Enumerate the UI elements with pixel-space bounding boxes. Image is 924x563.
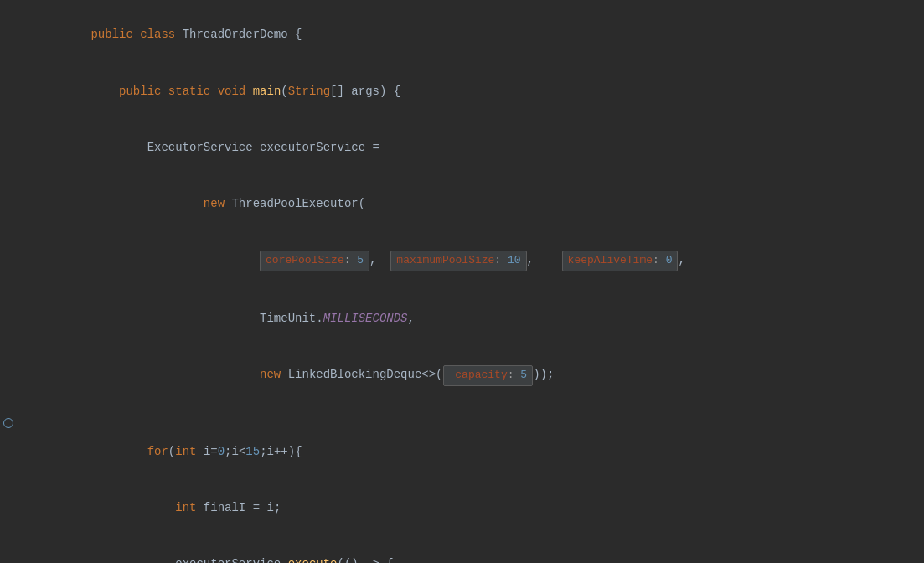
timeunit: TimeUnit. (260, 312, 323, 325)
comma1: , (369, 253, 390, 266)
executor-var2: executorService. (175, 557, 287, 563)
i-val: i (266, 501, 273, 514)
hint-maxpoolsize: maximumPoolSize: 10 (390, 251, 526, 271)
fn-main: main (253, 85, 281, 98)
executor-var: executorService (260, 141, 372, 154)
brace: { (295, 28, 302, 41)
line-content-5: corePoolSize: 5, maximumPoolSize: 10, ke… (42, 232, 924, 291)
hint-corepoolsize: corePoolSize: 5 (260, 251, 369, 271)
close-deque: )); (533, 368, 554, 381)
kw-new: new (204, 197, 232, 210)
line-content-7: new LinkedBlockingDeque<>( capacity: 5))… (42, 346, 924, 405)
fn-execute: execute (288, 557, 338, 563)
linked-cls: LinkedBlockingDeque<>( (288, 368, 443, 381)
code-line-3: ExecutorService executorService = (0, 119, 924, 175)
args: args (351, 85, 379, 98)
arr: [] (330, 85, 351, 98)
for-paren: ( (168, 445, 175, 458)
comma2: , (527, 253, 562, 266)
for-brace: ){ (288, 445, 302, 458)
kw-class: class (140, 28, 182, 41)
hint-keepalive: keepAliveTime: 0 (562, 251, 679, 271)
class-name: ThreadOrderDemo (183, 28, 295, 41)
kw-public: public (90, 28, 140, 41)
line-content-4: new ThreadPoolExecutor( (42, 176, 924, 232)
semi1: ; (225, 445, 231, 458)
threadpool-cls: ThreadPoolExecutor (231, 197, 358, 210)
code-line-7: new LinkedBlockingDeque<>( capacity: 5))… (0, 346, 924, 405)
code-line-4: new ThreadPoolExecutor( (0, 176, 924, 232)
eq: = (372, 141, 379, 154)
var-i2: i (232, 445, 239, 458)
code-line-11: executorService.execute(() -> { (0, 536, 924, 563)
code-editor: public class ThreadOrderDemo { public st… (0, 0, 924, 563)
num-0: 0 (218, 445, 225, 458)
comma4: , (408, 312, 415, 325)
indent-5 (90, 253, 260, 266)
line-content-9: for(int i=0;i<15;i++){ (42, 423, 924, 479)
code-line-10: int finalI = i; (0, 480, 924, 536)
iinc: i++ (267, 445, 288, 458)
kw-int: int (175, 445, 204, 458)
kw-for: for (147, 445, 168, 458)
indent-7 (90, 368, 260, 381)
eq3: = (253, 501, 267, 514)
kw-public2: public (119, 85, 168, 98)
paren1: ( (281, 85, 287, 98)
line-content-11: executorService.execute(() -> { (42, 536, 924, 563)
executor-type: ExecutorService (147, 141, 260, 154)
indent-6 (90, 312, 260, 325)
code-line-9: for(int i=0;i<15;i++){ (0, 423, 924, 479)
code-line-8 (0, 405, 924, 423)
indent-10 (90, 501, 175, 514)
kw-int2: int (175, 501, 204, 514)
line-content-1: public class ThreadOrderDemo { (42, 7, 924, 63)
num-15: 15 (245, 445, 260, 458)
code-line-2: public static void main(String[] args) { (0, 63, 924, 119)
hint-capacity: capacity: 5 (443, 365, 534, 386)
indent-4 (90, 197, 203, 210)
code-line-1: public class ThreadOrderDemo { (0, 7, 924, 63)
indent-2 (90, 85, 119, 98)
code-line-5: corePoolSize: 5, maximumPoolSize: 10, ke… (0, 232, 924, 291)
exec-paren: (() -> { (337, 557, 393, 563)
line-content-2: public static void main(String[] args) { (42, 63, 924, 119)
final-i-var: finalI (204, 501, 253, 514)
kw-static: static (168, 85, 218, 98)
semi2: ; (260, 445, 266, 458)
indent-9 (90, 445, 147, 458)
line-content-8 (42, 405, 924, 423)
kw-new2: new (260, 368, 288, 381)
indent-3 (90, 141, 147, 154)
comma3: , (678, 253, 684, 266)
semi3: ; (274, 501, 281, 514)
paren-open: ( (359, 197, 365, 210)
code-line-6: TimeUnit.MILLISECONDS, (0, 290, 924, 346)
line-content-10: int finalI = i; (42, 480, 924, 536)
line-content-6: TimeUnit.MILLISECONDS, (42, 290, 924, 346)
line-content-3: ExecutorService executorService = (42, 119, 924, 175)
kw-void: void (218, 85, 253, 98)
paren2: ) { (379, 85, 400, 98)
indent-11 (90, 557, 175, 563)
milliseconds: MILLISECONDS (323, 312, 408, 325)
breakpoint-9[interactable] (3, 418, 13, 428)
kw-string: String (288, 85, 330, 98)
eq2: = (210, 445, 217, 458)
